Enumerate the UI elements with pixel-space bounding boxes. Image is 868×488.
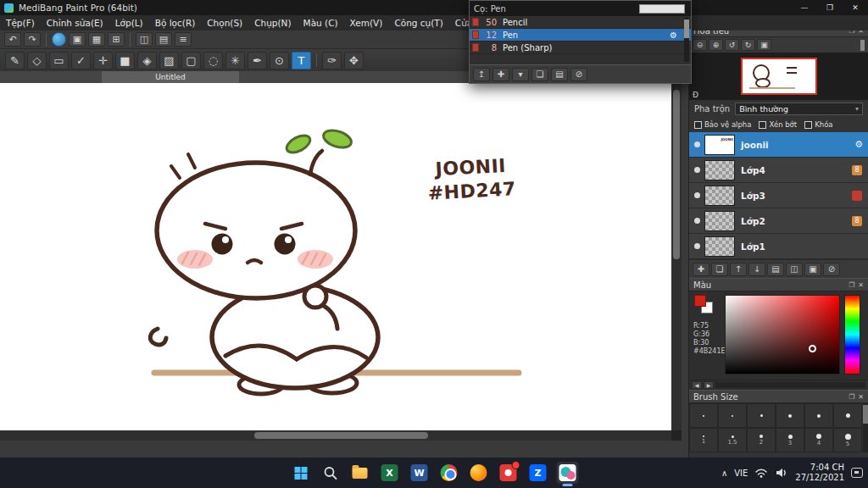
layer-folder-icon[interactable]: ▤ xyxy=(767,263,784,276)
move-layer-down-icon[interactable]: ↓ xyxy=(748,263,765,276)
brush-row-pencil[interactable]: 50 Pencil xyxy=(470,16,691,29)
zoom-out-icon[interactable]: ⊖ xyxy=(693,39,707,51)
snap-icon[interactable]: ▣ xyxy=(69,32,86,47)
blend-mode-select[interactable]: Bình thường ▾ xyxy=(735,103,863,115)
text-tool[interactable]: T xyxy=(292,52,311,69)
menu-item-layer[interactable]: Lớp(L) xyxy=(109,15,149,30)
language-indicator[interactable]: VIE xyxy=(734,469,748,478)
merge-layer-icon[interactable]: ◫ xyxy=(786,263,803,276)
curve-tool[interactable]: ✒ xyxy=(248,52,267,69)
visibility-dot[interactable] xyxy=(694,243,700,249)
firefox-button[interactable] xyxy=(468,462,490,484)
navigator-viewport[interactable]: Đ xyxy=(689,53,868,100)
visibility-dot[interactable] xyxy=(694,167,700,173)
panel-scrollbar[interactable] xyxy=(860,40,865,51)
upload-brush-icon[interactable]: ↥ xyxy=(473,68,490,81)
grid-icon[interactable]: ▦ xyxy=(88,32,105,47)
eyedropper-tool[interactable]: ⊙ xyxy=(270,52,289,69)
excel-button[interactable]: X xyxy=(379,462,401,484)
canvas[interactable]: JOONII #HD247 xyxy=(0,83,671,430)
brush-size-cell[interactable]: 5 xyxy=(833,428,862,452)
zoom-in-icon[interactable]: ⊕ xyxy=(709,39,723,51)
gradient-tool[interactable]: ▨ xyxy=(159,52,179,69)
brush-size-cell[interactable]: 1.5 xyxy=(718,428,747,452)
layer-row-lop3[interactable]: Lớp3 xyxy=(689,183,868,208)
menu-item-file[interactable]: Tệp(F) xyxy=(0,15,41,30)
canvas-vertical-scrollbar[interactable] xyxy=(671,83,682,430)
lock-checkbox[interactable]: Khóa xyxy=(804,120,832,129)
undo-button[interactable]: ↶ xyxy=(4,32,21,47)
chrome-button[interactable] xyxy=(438,462,460,484)
magic-wand-tool[interactable]: ✳ xyxy=(225,52,245,69)
close-icon[interactable]: ✕ xyxy=(858,281,864,289)
color-panel-header[interactable]: Màu ❐ ✕ xyxy=(689,278,868,291)
foreground-color-swatch[interactable] xyxy=(694,295,706,307)
volume-icon[interactable] xyxy=(775,467,788,479)
wifi-icon[interactable] xyxy=(754,467,768,479)
menu-item-view[interactable]: Xem(V) xyxy=(344,15,389,30)
clear-layer-icon[interactable]: ▣ xyxy=(804,263,821,276)
undock-icon[interactable]: ❐ xyxy=(849,281,854,289)
menu-item-edit[interactable]: Chỉnh sửa(E) xyxy=(41,15,109,30)
shape-tool[interactable]: ▭ xyxy=(49,52,69,69)
scrollbar-thumb[interactable] xyxy=(673,90,680,259)
delete-brush-icon[interactable]: ⊘ xyxy=(570,68,587,81)
navigator-thumbnail[interactable] xyxy=(741,58,817,95)
close-icon[interactable]: ✕ xyxy=(858,393,864,401)
brush-size-cell[interactable] xyxy=(718,403,747,428)
visibility-dot[interactable] xyxy=(694,192,700,198)
brush-list-scrollbar[interactable] xyxy=(684,18,689,62)
clipping-checkbox[interactable]: Xén bớt xyxy=(759,120,797,129)
hue-strip[interactable] xyxy=(844,295,860,374)
document-tab[interactable]: Untitled xyxy=(102,71,239,83)
brush-size-cell[interactable]: 1 xyxy=(689,428,718,452)
pen-tool[interactable]: ✎ xyxy=(5,52,25,69)
brush-size-cell[interactable]: 3 xyxy=(776,428,804,452)
scrollbar-thumb[interactable] xyxy=(863,405,868,424)
duplicate-brush-icon[interactable]: ❏ xyxy=(531,68,548,81)
fill-tool[interactable]: ■ xyxy=(115,52,135,69)
maximize-button[interactable]: ❐ xyxy=(817,0,843,15)
word-button[interactable]: W xyxy=(409,462,431,484)
protect-alpha-checkbox[interactable]: Bảo vệ alpha xyxy=(694,120,751,129)
add-layer-icon[interactable]: ✚ xyxy=(693,263,709,276)
clock[interactable]: 7:04 CH 27/12/2021 xyxy=(795,463,844,483)
brush-settings-icon[interactable]: ⚙ xyxy=(670,30,677,40)
brush-menu-icon[interactable]: ▾ xyxy=(512,68,529,81)
visibility-dot[interactable] xyxy=(694,141,700,147)
rotate-right-icon[interactable]: ↻ xyxy=(741,39,755,51)
panel-scrollbar[interactable] xyxy=(863,403,868,452)
medibang-taskbar-button[interactable] xyxy=(557,462,579,484)
color-cursor[interactable] xyxy=(809,345,816,352)
layer-row-lop2[interactable]: Lớp2 8 xyxy=(689,208,868,234)
hand-tool[interactable]: ✥ xyxy=(344,52,364,69)
brush-size-cell[interactable]: 2 xyxy=(747,428,776,452)
brush-row-pen[interactable]: 12 Pen ⚙ xyxy=(470,29,691,42)
marquee-tool[interactable]: ▢ xyxy=(181,52,201,69)
lasso-tool[interactable]: ◌ xyxy=(203,52,223,69)
layer-row-joonii[interactable]: JOONII joonii ⚙ xyxy=(689,132,868,158)
brush-panel-slider[interactable] xyxy=(639,4,685,14)
rotate-left-icon[interactable]: ↺ xyxy=(725,39,739,51)
notification-center-icon[interactable] xyxy=(851,468,863,478)
fit-view-icon[interactable]: ▣ xyxy=(757,39,771,51)
saturation-value-box[interactable] xyxy=(725,295,840,374)
close-button[interactable]: ✕ xyxy=(843,0,868,15)
brush-mode-button[interactable] xyxy=(52,32,66,47)
canvas-horizontal-scrollbar[interactable] xyxy=(0,430,671,441)
brush-folder-icon[interactable]: ▤ xyxy=(551,68,568,81)
scroll-left-button[interactable]: ◀ xyxy=(692,381,702,389)
add-brush-icon[interactable]: ✚ xyxy=(492,68,509,81)
brush-list-panel[interactable]: Cọ: Pen 50 Pencil 12 Pen ⚙ 8 Pen (Sharp)… xyxy=(469,0,692,84)
search-button[interactable] xyxy=(320,462,342,484)
bucket-tool[interactable]: ◈ xyxy=(137,52,157,69)
scrollbar-thumb[interactable] xyxy=(684,19,689,38)
layer-row-lop1[interactable]: Lớp1 xyxy=(689,234,868,259)
notification-app-button[interactable] xyxy=(498,462,520,484)
brush-size-cell[interactable] xyxy=(747,403,776,428)
menu-item-filter[interactable]: Bộ lọc(R) xyxy=(149,15,202,30)
redo-button[interactable]: ↷ xyxy=(24,32,41,47)
tray-chevron-icon[interactable]: ∧ xyxy=(721,469,727,478)
tile-icon[interactable]: ⊞ xyxy=(108,32,125,47)
material-icon[interactable]: ▤ xyxy=(155,32,172,47)
